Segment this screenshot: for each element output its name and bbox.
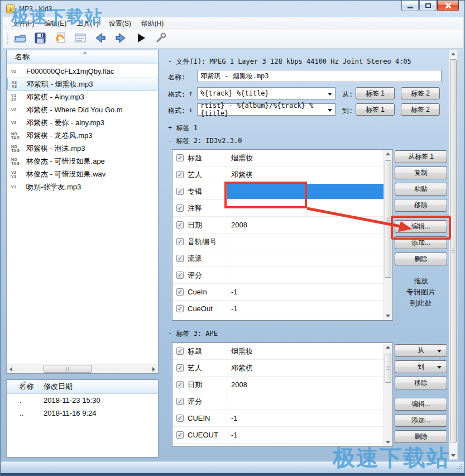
- field-value[interactable]: 邓紫棋: [231, 170, 383, 180]
- field-value[interactable]: -1: [231, 414, 383, 422]
- from-tag1-button[interactable]: 标签 1: [356, 87, 395, 99]
- scroll-right-button[interactable]: [152, 367, 155, 372]
- minimize-button[interactable]: [401, 1, 419, 11]
- modified-date-column-header[interactable]: 修改日期: [39, 380, 73, 393]
- tag-field-row[interactable]: ✓音轨编号: [172, 234, 392, 250]
- file-section-header[interactable]: - 文件(I): MPEG 1 Layer 3 128 kbps 44100 H…: [168, 57, 411, 66]
- tag2-scrollbar[interactable]: [383, 150, 392, 320]
- to-tag1-button[interactable]: 标签 1: [356, 103, 395, 116]
- tag3-scrollbar[interactable]: [383, 344, 392, 446]
- toolbar-grip[interactable]: [7, 34, 8, 44]
- field-checkbox[interactable]: ✓: [176, 188, 184, 195]
- field-value[interactable]: 2008: [231, 221, 383, 229]
- file-list-item[interactable]: V2V3林俊杰 - 可惜没如果.wav: [7, 168, 157, 180]
- add-button[interactable]: 添加...: [395, 414, 447, 427]
- tag-field-row[interactable]: ✓日期2008: [172, 217, 392, 234]
- edit-button[interactable]: 编辑...: [395, 398, 447, 411]
- file-list-button[interactable]: [72, 31, 88, 47]
- tag-field-row[interactable]: ✓专辑: [172, 183, 392, 200]
- add-button[interactable]: 添加...: [395, 236, 447, 249]
- field-value[interactable]: -1: [231, 431, 383, 439]
- revert-button[interactable]: [52, 31, 68, 47]
- scrollbar-thumb[interactable]: [385, 160, 391, 278]
- scroll-up-button[interactable]: [451, 53, 456, 55]
- field-value[interactable]: 邓紫棋: [231, 363, 383, 373]
- field-checkbox[interactable]: ✓: [176, 398, 184, 405]
- field-checkbox[interactable]: ✓: [176, 255, 184, 262]
- tag-field-row[interactable]: ✓标题烟熏妆: [172, 343, 392, 360]
- scrollbar-thumb[interactable]: [385, 354, 391, 383]
- tag-field-row[interactable]: ✓CueOut-1: [172, 301, 392, 317]
- field-checkbox[interactable]: ✓: [176, 415, 184, 422]
- field-value[interactable]: 烟熏妆: [231, 346, 383, 356]
- field-checkbox[interactable]: ✓: [176, 221, 184, 229]
- tag-field-row[interactable]: ✓流派: [172, 250, 392, 267]
- scroll-down-button[interactable]: [386, 315, 390, 317]
- field-checkbox[interactable]: ✓: [176, 305, 184, 312]
- file-list-item[interactable]: V2邓紫棋 - Where Did You Go.m: [7, 103, 157, 116]
- remove-button[interactable]: 移除: [395, 377, 447, 389]
- next-file-button[interactable]: [112, 31, 128, 47]
- field-value[interactable]: 烟熏妆: [231, 153, 383, 163]
- field-checkbox[interactable]: ✓: [176, 288, 184, 296]
- horizontal-scrollbar[interactable]: [7, 364, 158, 373]
- delete-button[interactable]: 删除: [395, 253, 447, 265]
- tag2-section-header[interactable]: - 标签 2: ID3v2.3.0: [168, 136, 242, 146]
- from-tag1-button[interactable]: 从标签 1: [395, 150, 447, 163]
- maximize-button[interactable]: [419, 1, 437, 11]
- field-checkbox[interactable]: ✓: [176, 204, 184, 212]
- delete-button[interactable]: 删除: [395, 430, 447, 443]
- open-file-button[interactable]: [12, 31, 28, 47]
- scroll-down-button[interactable]: [451, 454, 456, 457]
- format-to-filename-combo[interactable]: rtist} - %{album}/%{track} %{title}: [197, 103, 335, 116]
- tag-field-row[interactable]: ✓CUEIN-1: [172, 410, 392, 427]
- remove-button[interactable]: 移除: [395, 199, 447, 212]
- tag-field-row[interactable]: ✓艺人邓紫棋: [172, 360, 392, 377]
- file-list-item[interactable]: NOTAG邓紫棋 - 龙卷风.mp3: [7, 129, 157, 142]
- field-value[interactable]: -1: [231, 288, 383, 296]
- tag-field-row[interactable]: ✓注释: [172, 200, 392, 217]
- close-button[interactable]: [437, 1, 459, 11]
- play-button[interactable]: [132, 31, 148, 47]
- field-checkbox[interactable]: ✓: [176, 364, 184, 372]
- file-list-item[interactable]: V2F000000QcFLx1mjQby.flac: [7, 65, 157, 78]
- to-dropdown-button[interactable]: 到: [395, 360, 447, 373]
- tag-field-row[interactable]: ✓标题烟熏妆: [172, 150, 392, 166]
- menu-item-edit[interactable]: 编辑(E): [39, 17, 71, 30]
- tag-field-row[interactable]: ✓日期2008: [172, 377, 392, 393]
- chevron-down-icon[interactable]: [328, 109, 332, 114]
- file-list-item[interactable]: NOTAG邓紫棋 - 泡沫.mp3: [7, 142, 157, 155]
- paste-button[interactable]: 粘贴: [395, 183, 447, 196]
- menu-item-help[interactable]: 帮助(H): [136, 17, 169, 30]
- album-art-drop-area[interactable]: 拖放专辑图片到此处: [395, 275, 447, 309]
- scroll-up-button[interactable]: [386, 346, 390, 349]
- field-checkbox[interactable]: ✓: [176, 381, 184, 388]
- album-field-selected-cell[interactable]: [227, 184, 383, 199]
- file-list-header[interactable]: 名称: [7, 50, 158, 64]
- scroll-left-button[interactable]: [9, 367, 12, 372]
- tag-field-row[interactable]: ✓艺人邓紫棋: [172, 166, 392, 183]
- scroll-up-button[interactable]: [386, 153, 390, 155]
- menu-item-file[interactable]: 文件(F): [7, 17, 39, 30]
- resize-grip[interactable]: [461, 468, 462, 469]
- tag1-section-header[interactable]: + 标签 1: [168, 123, 198, 133]
- scrollbar-thumb[interactable]: [44, 365, 92, 373]
- folder-name-column-header[interactable]: 名称: [7, 380, 39, 393]
- format-from-filename-combo[interactable]: %{track} %{title}: [197, 87, 335, 99]
- field-checkbox[interactable]: ✓: [176, 348, 184, 355]
- configure-button[interactable]: [152, 31, 169, 47]
- tag3-section-header[interactable]: - 标签 3: APE: [168, 329, 218, 339]
- filename-input[interactable]: 邓紫琪 - 烟熏妆.mp3: [197, 70, 442, 82]
- file-list-item[interactable]: V1吻别-张学友.mp3: [7, 180, 157, 193]
- file-list-item[interactable]: V123邓紫棋 - Ainy.mp3: [7, 91, 157, 103]
- field-checkbox[interactable]: ✓: [176, 154, 184, 161]
- copy-button[interactable]: 复制: [395, 166, 447, 179]
- tag-field-row[interactable]: ✓评分: [172, 267, 392, 284]
- file-list-item[interactable]: NOTAG林俊杰 - 可惜没如果.ape: [7, 155, 157, 168]
- folder-row[interactable]: ..2018-11-16 9:24: [7, 407, 158, 420]
- tag-field-row[interactable]: ✓CUEOUT-1: [172, 427, 392, 444]
- field-checkbox[interactable]: ✓: [176, 171, 184, 178]
- field-value[interactable]: 2008: [231, 380, 383, 389]
- field-checkbox[interactable]: ✓: [176, 238, 184, 245]
- tag-field-row[interactable]: ✓评分: [172, 393, 392, 410]
